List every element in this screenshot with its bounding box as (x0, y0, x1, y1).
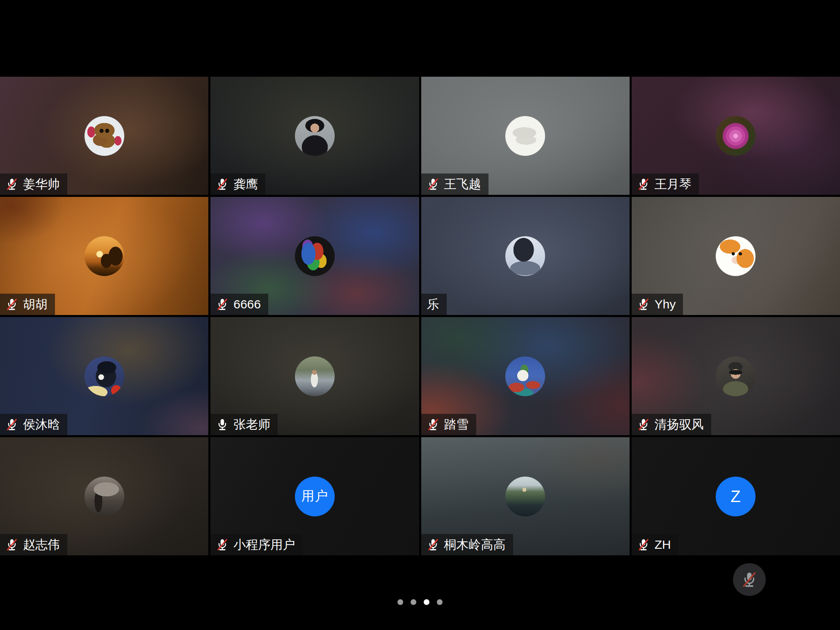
avatar (84, 356, 124, 396)
participant-label: Yhy (632, 294, 683, 315)
participant-tile[interactable]: 王月琴 (632, 77, 840, 195)
participant-name: 踏雪 (444, 414, 469, 435)
participant-tile[interactable]: 6666 (210, 197, 419, 315)
participant-tile[interactable]: 踏雪 (421, 317, 630, 435)
participant-tile[interactable]: Z ZH (632, 437, 840, 555)
participant-tile[interactable]: 乐 (421, 197, 630, 315)
avatar (505, 116, 545, 156)
mic-muted-icon (740, 571, 758, 589)
participant-grid: 姜华帅 龚鹰 (0, 77, 840, 555)
avatar (84, 116, 124, 156)
participant-name: 侯沐晗 (23, 414, 60, 435)
participant-name: 龚鹰 (233, 173, 258, 195)
participant-name: 6666 (233, 294, 261, 315)
participant-tile[interactable]: 龚鹰 (210, 77, 419, 195)
participant-label: 6666 (210, 294, 268, 315)
avatar (505, 356, 545, 396)
mic-muted-icon (637, 297, 651, 311)
mic-muted-icon (637, 177, 651, 191)
page-dot[interactable] (397, 599, 403, 605)
participant-tile[interactable]: 用户 小程序用户 (210, 437, 419, 555)
participant-tile[interactable]: Yhy (632, 197, 840, 315)
participant-name: 赵志伟 (23, 534, 60, 555)
mic-muted-icon (215, 297, 229, 311)
avatar (84, 477, 124, 516)
avatar (295, 356, 335, 396)
mic-muted-icon (426, 418, 440, 431)
participant-tile[interactable]: 王飞越 (421, 77, 630, 195)
page-indicator[interactable] (0, 599, 840, 605)
participant-tile[interactable]: 张老师 (210, 317, 419, 435)
participant-label: 乐 (421, 294, 447, 315)
mic-muted-icon (215, 538, 229, 552)
participant-label: 小程序用户 (210, 534, 302, 555)
mic-muted-icon (637, 538, 651, 552)
participant-label: 张老师 (210, 414, 278, 435)
page-dot[interactable] (411, 599, 416, 605)
avatar (505, 477, 545, 516)
avatar-initials: Z (730, 487, 741, 506)
mic-muted-icon (426, 538, 440, 552)
avatar (716, 116, 756, 156)
participant-label: 姜华帅 (0, 173, 67, 195)
participant-label: 踏雪 (421, 414, 476, 435)
participant-name: Yhy (655, 294, 676, 315)
participant-name: 桐木岭高高 (444, 534, 506, 555)
avatar (295, 236, 335, 276)
participant-name: 王月琴 (655, 173, 692, 195)
avatar (295, 116, 335, 156)
participant-label: 清扬驭风 (632, 414, 711, 435)
page-dot[interactable] (437, 599, 443, 605)
participant-name: 胡胡 (23, 294, 48, 315)
mic-muted-icon (426, 177, 440, 191)
participant-name: 乐 (427, 294, 439, 315)
avatar: 用户 (295, 477, 335, 516)
participant-label: 王飞越 (421, 173, 488, 195)
participant-name: 清扬驭风 (655, 414, 704, 435)
mic-muted-icon (637, 418, 651, 431)
mic-muted-icon (5, 177, 19, 191)
participant-label: 龚鹰 (210, 173, 265, 195)
avatar (505, 236, 545, 276)
participant-name: 姜华帅 (23, 173, 60, 195)
mic-muted-icon (5, 538, 19, 552)
participant-label: ZH (632, 534, 678, 555)
mic-on-icon (215, 418, 229, 431)
mic-muted-icon (5, 418, 19, 431)
participant-name: 张老师 (233, 414, 270, 435)
avatar (716, 236, 756, 276)
avatar: Z (716, 477, 756, 516)
participant-tile[interactable]: 侯沐晗 (0, 317, 208, 435)
participant-label: 赵志伟 (0, 534, 67, 555)
participant-tile[interactable]: 桐木岭高高 (421, 437, 630, 555)
participant-name: ZH (655, 534, 671, 555)
page-dot-active[interactable] (424, 599, 429, 605)
participant-label: 胡胡 (0, 294, 55, 315)
mute-toggle-button[interactable] (733, 563, 766, 596)
participant-label: 王月琴 (632, 173, 699, 195)
avatar (716, 356, 756, 396)
participant-tile[interactable]: 清扬驭风 (632, 317, 840, 435)
participant-name: 小程序用户 (233, 534, 295, 555)
participant-label: 侯沐晗 (0, 414, 67, 435)
participant-name: 王飞越 (444, 173, 481, 195)
mic-muted-icon (5, 297, 19, 311)
participant-label: 桐木岭高高 (421, 534, 513, 555)
participant-tile[interactable]: 姜华帅 (0, 77, 208, 195)
participant-tile[interactable]: 赵志伟 (0, 437, 208, 555)
mic-muted-icon (215, 177, 229, 191)
avatar-initials: 用户 (301, 487, 328, 505)
participant-tile[interactable]: 胡胡 (0, 197, 208, 315)
avatar (84, 236, 124, 276)
